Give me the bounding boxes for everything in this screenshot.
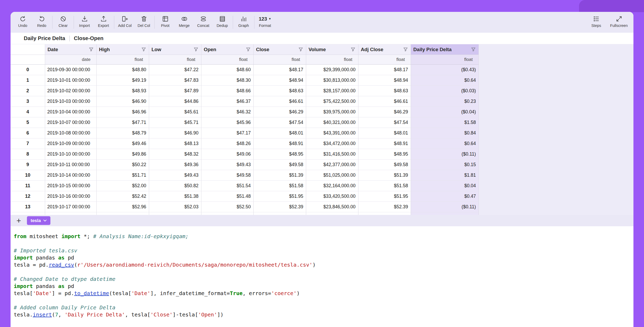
- table-cell[interactable]: 2019-10-14 00:00:00: [45, 170, 97, 181]
- table-cell[interactable]: $51.58: [358, 181, 411, 191]
- table-cell[interactable]: $52.42: [97, 191, 149, 202]
- table-cell[interactable]: 2019-10-17 00:00:00: [45, 202, 97, 212]
- row-index[interactable]: 2: [11, 86, 45, 96]
- table-cell[interactable]: 2019-09-30 00:00:00: [45, 65, 97, 75]
- table-cell[interactable]: $52.39: [254, 202, 306, 212]
- toolbar-button-add-col[interactable]: Add Col: [115, 12, 134, 33]
- table-cell[interactable]: $48.17: [358, 65, 411, 75]
- table-cell[interactable]: $48.17: [254, 65, 306, 75]
- table-cell[interactable]: $0.04: [411, 181, 479, 191]
- funnel-icon[interactable]: [298, 47, 303, 52]
- table-cell[interactable]: $52.50: [201, 202, 254, 212]
- table-cell[interactable]: $47.71: [97, 117, 149, 128]
- table-cell[interactable]: $23,846,500.00: [306, 202, 358, 212]
- table-cell[interactable]: $44.86: [149, 96, 201, 107]
- chevron-down-icon[interactable]: [43, 219, 47, 222]
- table-cell[interactable]: $46.90: [97, 96, 149, 107]
- table-cell[interactable]: $48.63: [358, 86, 411, 96]
- table-cell[interactable]: $38,749,000.00: [306, 212, 358, 215]
- table-cell[interactable]: $51,025,000.00: [306, 170, 358, 181]
- table-cell[interactable]: 2019-10-15 00:00:00: [45, 181, 97, 191]
- table-cell[interactable]: $51.39: [358, 170, 411, 181]
- table-cell[interactable]: $51.39: [358, 212, 411, 215]
- table-cell[interactable]: $0.47: [411, 191, 479, 202]
- table-cell[interactable]: $51.95: [254, 191, 306, 202]
- funnel-icon[interactable]: [351, 47, 356, 52]
- table-cell[interactable]: $49.19: [97, 75, 149, 86]
- table-cell[interactable]: 2019-10-09 00:00:00: [45, 138, 97, 149]
- row-index[interactable]: 11: [11, 181, 45, 191]
- table-cell[interactable]: $1.58: [411, 117, 479, 128]
- funnel-icon[interactable]: [89, 47, 94, 52]
- table-cell[interactable]: $50.82: [149, 181, 201, 191]
- table-cell[interactable]: $45.71: [149, 117, 201, 128]
- column-header-open[interactable]: Open: [201, 44, 254, 55]
- table-cell[interactable]: $46.61: [254, 96, 306, 107]
- table-cell[interactable]: $52.39: [358, 202, 411, 212]
- table-cell[interactable]: $51.71: [97, 170, 149, 181]
- row-index[interactable]: 7: [11, 138, 45, 149]
- toolbar-button-dedup[interactable]: Dedup: [213, 12, 232, 33]
- table-cell[interactable]: $31,416,500.00: [306, 149, 358, 160]
- funnel-icon[interactable]: [403, 47, 408, 52]
- table-cell[interactable]: $50.22: [97, 160, 149, 170]
- toolbar-button-import[interactable]: Import: [75, 12, 94, 33]
- table-cell[interactable]: 2019-10-04 00:00:00: [45, 107, 97, 117]
- table-cell[interactable]: $48.80: [97, 65, 149, 75]
- funnel-icon[interactable]: [193, 47, 198, 52]
- table-cell[interactable]: $48.91: [358, 138, 411, 149]
- table-cell[interactable]: $49.36: [149, 160, 201, 170]
- row-index[interactable]: 13: [11, 202, 45, 212]
- table-cell[interactable]: $45.96: [201, 117, 254, 128]
- row-index[interactable]: 6: [11, 128, 45, 138]
- table-cell[interactable]: $32,164,000.00: [306, 181, 358, 191]
- table-cell[interactable]: $39,975,000.00: [306, 107, 358, 117]
- table-cell[interactable]: $30,813,000.00: [306, 75, 358, 86]
- table-cell[interactable]: $47.17: [201, 128, 254, 138]
- table-cell[interactable]: $47.89: [149, 86, 201, 96]
- table-cell[interactable]: $48.93: [97, 86, 149, 96]
- table-cell[interactable]: $48.91: [254, 138, 306, 149]
- table-cell[interactable]: $34,472,000.00: [306, 138, 358, 149]
- row-index[interactable]: 12: [11, 191, 45, 202]
- toolbar-button-redo[interactable]: Redo: [32, 12, 51, 33]
- funnel-icon[interactable]: [141, 47, 146, 52]
- table-cell[interactable]: 2019-10-01 00:00:00: [45, 75, 97, 86]
- table-cell[interactable]: $48.30: [201, 75, 254, 86]
- table-cell[interactable]: $0.84: [411, 128, 479, 138]
- table-cell[interactable]: $48.95: [358, 149, 411, 160]
- toolbar-button-pivot[interactable]: Pivot: [156, 12, 175, 33]
- table-cell[interactable]: ($0.11): [411, 202, 479, 212]
- table-cell[interactable]: $52.03: [149, 202, 201, 212]
- table-cell[interactable]: $51.39: [254, 170, 306, 181]
- table-cell[interactable]: $46.96: [97, 107, 149, 117]
- table-cell[interactable]: $1.81: [411, 170, 479, 181]
- row-index[interactable]: 4: [11, 107, 45, 117]
- toolbar-button-merge[interactable]: Merge: [175, 12, 194, 33]
- row-index[interactable]: 3: [11, 96, 45, 107]
- table-cell[interactable]: $48.26: [201, 138, 254, 149]
- table-cell[interactable]: $43,391,000.00: [306, 128, 358, 138]
- row-index[interactable]: 8: [11, 149, 45, 160]
- table-cell[interactable]: $49.58: [254, 160, 306, 170]
- table-cell[interactable]: $0.23: [411, 96, 479, 107]
- table-cell[interactable]: $45.61: [149, 107, 201, 117]
- table-cell[interactable]: $51.48: [201, 191, 254, 202]
- table-cell[interactable]: $49.43: [149, 170, 201, 181]
- table-cell[interactable]: $47.54: [358, 117, 411, 128]
- table-cell[interactable]: 2019-10-02 00:00:00: [45, 86, 97, 96]
- table-cell[interactable]: $52.96: [97, 202, 149, 212]
- table-cell[interactable]: $48.79: [97, 128, 149, 138]
- table-cell[interactable]: $0.64: [411, 138, 479, 149]
- table-cell[interactable]: $51.58: [254, 181, 306, 191]
- table-cell[interactable]: $40,321,000.00: [306, 117, 358, 128]
- table-cell[interactable]: $28,157,000.00: [306, 86, 358, 96]
- table-cell[interactable]: $29,399,000.00: [306, 65, 358, 75]
- table-cell[interactable]: $46.32: [201, 107, 254, 117]
- table-cell[interactable]: $0.15: [411, 160, 479, 170]
- table-cell[interactable]: $49.06: [201, 149, 254, 160]
- table-cell[interactable]: 2019-10-07 00:00:00: [45, 117, 97, 128]
- table-cell[interactable]: ($0.03): [411, 86, 479, 96]
- table-cell[interactable]: $47.22: [149, 65, 201, 75]
- table-cell[interactable]: $48.63: [254, 86, 306, 96]
